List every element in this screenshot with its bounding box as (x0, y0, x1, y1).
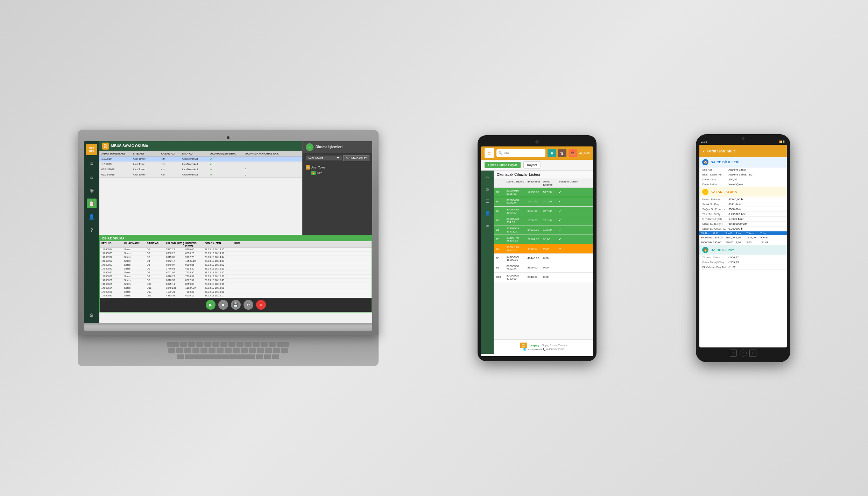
key (253, 342, 260, 347)
cihaz-row[interactable]: 14060630SeresD26358.226598.2928.03.19 18… (100, 252, 372, 256)
back-arrow-icon[interactable]: ‹ (703, 148, 705, 154)
field-site: Site Adı : Atakent Sitesi (699, 167, 787, 172)
cihaz-row[interactable]: 14060982SeresD58849.879890.8528.03.19 18… (100, 263, 372, 267)
cihaz-row[interactable]: 14060974SeresD17897.228790.0028.03.19 18… (100, 248, 372, 252)
okuma-tree: 🏢 Avcı Tower 🔥 Kzn (303, 163, 372, 177)
cihaz-scroll-area[interactable]: 14060974SeresD17897.228790.0028.03.19 18… (100, 248, 372, 298)
topbar-icons: ■ 🗑 📤 ◀ Çıkış (548, 149, 590, 157)
topbar-logo: baypay (485, 148, 494, 158)
list-item[interactable]: B480006423 634,001258,00291,00✔ (494, 216, 593, 225)
left-icon-5[interactable]: ☁ (483, 221, 492, 229)
keyboard-row-1 (167, 342, 289, 347)
key (272, 354, 279, 359)
sidebar-help[interactable]: ? (87, 225, 97, 235)
left-icon-4[interactable]: 👤 (483, 209, 492, 217)
field-sicak-fly: Sıcak Su B.Fly. : 60,360000 ₺/m² (699, 222, 787, 227)
app-sidebar: baypay ≡ ⌂ ◉ 📋 👤 ? ⚙ (84, 141, 99, 323)
col-cihaz: Daire CihazNo (506, 180, 527, 186)
nav-back-btn[interactable]: ‹ (730, 350, 737, 357)
cihaz-row[interactable]: 14050627SeresD63776.814153.3028.03.19 18… (100, 267, 372, 271)
nav-home-btn[interactable]: ○ (740, 350, 747, 357)
stop-btn[interactable]: ■ (218, 300, 228, 310)
phone1-container: baypay 🔍 Ara... ■ 🗑 📤 ◀ Çıkış (478, 135, 597, 361)
brand-logo-row: baypay baypay Sayaç Okuma Yazılımı (520, 343, 567, 348)
cihaz-row[interactable]: 14050682SeresD134375.514530.1628.03.19 1… (100, 294, 372, 298)
list-item[interactable]: B1080005955 4783,005348,000,00 (494, 273, 593, 282)
cihaz-row[interactable]: 14050621SeresD98010.378502.9728.03.19 18… (100, 279, 372, 282)
key (188, 342, 195, 347)
save-btn[interactable]: 💾 (231, 300, 241, 310)
topbar-search[interactable]: 🔍 Ara... (496, 149, 545, 157)
list-item[interactable]: B823490690 45899,0046446,000,00 (494, 254, 593, 263)
list-item[interactable]: B280006468 3419,001007,00261,00✔ (494, 197, 593, 207)
kazan-icon: 🔥 (311, 171, 316, 175)
undo-btn[interactable]: ↩ (244, 300, 253, 310)
cancel-btn[interactable]: ✕ (256, 300, 266, 310)
phone1-left-icons: ✏ ⊙ ☰ 👤 ☁ (481, 171, 494, 354)
titlebar-logo: baypay (102, 143, 109, 150)
list-item[interactable]: B380006438 3973,005397,00347,00✔ (494, 207, 593, 216)
sidebar-globe[interactable]: ◉ (87, 185, 97, 195)
play-btn[interactable]: ▶ (206, 300, 216, 310)
kazan-row[interactable]: 10000034295,00298,001,003,00181,08 (699, 240, 787, 245)
list-item[interactable]: B980005950 7914,008966,000,00 (494, 263, 593, 273)
okuma-dropdown-row: Avcı Tower▼ OKUMA BAŞLAT (303, 153, 372, 163)
phone2-nav: ‹ ○ ||| (699, 347, 787, 357)
cihaz-row[interactable]: 14050626SeresD76741.047438.9028.03.19 18… (100, 271, 372, 275)
field-label: Blok - Daire Adı : (702, 173, 728, 176)
cihaz-row[interactable]: 14050624SeresD1110481.6611884.3928.03.19… (100, 286, 372, 290)
nav-recent-btn[interactable]: ||| (749, 350, 756, 357)
sidebar-settings[interactable]: ⚙ (87, 310, 97, 320)
okuma-start-btn[interactable]: OKUMA BAŞLAT (343, 155, 369, 161)
list-item[interactable]: B780005178 2993,003488,000,00⇔ (494, 244, 593, 254)
list-item[interactable]: B623403745 25673,0026101,0096,00✔ (494, 235, 593, 244)
cihaz-row[interactable]: 14050628SeresD86816.277274.3728.03.19 18… (100, 275, 372, 279)
field-ortak-tutar: Ortak Tutar(30%): ₺369,15 (699, 260, 787, 265)
cihaz-okuma-btn[interactable]: Cihaz Okuma Başlat (485, 162, 520, 168)
section-title-isi: DAİRE ISI PAY (711, 248, 734, 252)
sidebar-hamburger[interactable]: ≡ (87, 159, 97, 168)
key (265, 348, 272, 353)
section-kazan: ⚡ KAZAN FATURA Kazan Faturası : 87845,00… (699, 187, 787, 231)
key (209, 348, 216, 353)
cihaz-row[interactable]: 14060685SeresD106875.118059.0028.03.19 1… (100, 282, 372, 286)
site-dropdown[interactable]: Avcı Tower▼ (306, 156, 342, 160)
field-value: Atakent B blok - B2 (728, 173, 752, 176)
sidebar-doc-active[interactable]: 📋 (87, 199, 97, 208)
left-icon-2[interactable]: ⊙ (483, 185, 492, 194)
tree-item-site[interactable]: 🏢 Avcı Tower (306, 165, 369, 170)
kazan-row[interactable]: 800010101374,003306,001,001932,00956,97 (699, 235, 787, 240)
kaydet-btn[interactable]: Kaydet (523, 161, 541, 168)
laptop-camera (227, 136, 230, 139)
left-icon-3[interactable]: ☰ (483, 197, 492, 206)
col-anlik: Anlık Endeks (543, 180, 559, 186)
topbar-exit[interactable]: ◀ Çıkış (579, 151, 590, 155)
phone2-body: 21:39 📶🔋 ‹ Form Görüntüle 🏠 DAİRE BİLGİL… (696, 134, 790, 362)
phone2-statusbar: 21:39 📶🔋 (699, 141, 787, 145)
tree-item-kazan[interactable]: 🔥 Kzn (306, 170, 369, 176)
topbar-btn-teal[interactable]: ■ (548, 149, 556, 157)
list-item[interactable]: B523403548 33411,0034018,00183,00✔ (494, 225, 593, 235)
cihaz-footer: ▶ ■ 💾 ↩ ✕ (100, 298, 372, 312)
laptop-container: baypay ≡ ⌂ ◉ 📋 👤 ? ⚙ b (78, 130, 379, 366)
topbar-btn-brown[interactable]: 🗑 (558, 149, 566, 157)
field-label: Daire Alanı : (702, 178, 728, 181)
sidebar-home[interactable]: ⌂ (87, 172, 97, 182)
sidebar-user[interactable]: 👤 (87, 212, 97, 222)
cihaz-row[interactable]: 14050625SeresD127129.217652.2628.03.19 1… (100, 290, 372, 294)
field-value: Atakent Sitesi (728, 168, 746, 171)
brand-tagline: Sayaç Okuma Yazılımı (542, 344, 567, 346)
phone1-screen: baypay 🔍 Ara... ■ 🗑 📤 ◀ Çıkış (481, 146, 593, 356)
topbar-btn-orange[interactable]: 📤 (569, 149, 577, 157)
list-item[interactable]: B180005916 9885,0012195,00547,00✔ (494, 188, 593, 197)
cihaz-row[interactable]: 14060982SeresD49642.1710522.1028.03.19 1… (100, 259, 372, 263)
laptop-body: baypay ≡ ⌂ ◉ 📋 👤 ? ⚙ b (78, 130, 379, 335)
phone2-camera (742, 137, 744, 140)
cihaz-row[interactable]: 14060977SeresD38015.899202.7328.03.19 18… (100, 256, 372, 259)
left-icon-1[interactable]: ✏ (483, 173, 492, 182)
laptop-keyboard (78, 335, 379, 366)
form-title: Form Görüntüle (707, 149, 736, 153)
key (281, 348, 288, 353)
laptop-screen: baypay ≡ ⌂ ◉ 📋 👤 ? ⚙ b (84, 141, 372, 323)
brand-contact: 🌐 baypay.com.tr 📞 0 800 364 72 06 (523, 348, 564, 351)
